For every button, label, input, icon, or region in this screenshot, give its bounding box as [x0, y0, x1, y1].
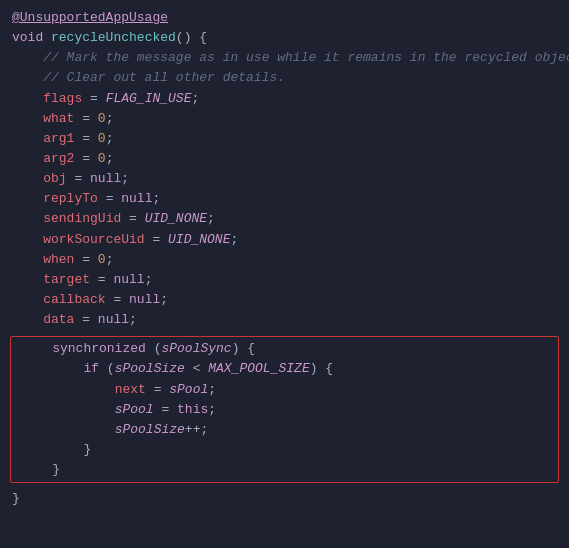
- data-semi: ;: [129, 310, 137, 330]
- if-kw: if: [83, 359, 106, 379]
- what-field: what: [43, 109, 74, 129]
- what-indent: [12, 109, 43, 129]
- spool-line: sPool = this;: [11, 400, 558, 420]
- data-line: data = null;: [0, 310, 569, 330]
- sync-close-brace: }: [21, 460, 60, 480]
- next-semi: ;: [208, 380, 216, 400]
- kw-void: void: [12, 28, 51, 48]
- spoolsize-var: sPoolSize: [115, 420, 185, 440]
- if-maxpool: MAX_POOL_SIZE: [208, 359, 309, 379]
- if-close: ) {: [310, 359, 333, 379]
- what-line: what = 0;: [0, 109, 569, 129]
- sync-kw: synchronized: [21, 339, 154, 359]
- sendinguid-eq: =: [121, 209, 144, 229]
- data-eq: =: [74, 310, 97, 330]
- if-close-line: }: [11, 440, 558, 460]
- annotation-line: @UnsupportedAppUsage: [0, 8, 569, 28]
- sync-paren: (: [154, 339, 162, 359]
- sync-close: ) {: [232, 339, 255, 359]
- arg1-indent: [12, 129, 43, 149]
- obj-semi: ;: [121, 169, 129, 189]
- sendinguid-val: UID_NONE: [145, 209, 207, 229]
- arg1-eq: =: [74, 129, 97, 149]
- if-line: if (sPoolSize < MAX_POOL_SIZE) {: [11, 359, 558, 379]
- worksourceuid-indent: [12, 230, 43, 250]
- spool-eq: =: [154, 400, 177, 420]
- obj-val: null: [90, 169, 121, 189]
- outer-close-line: }: [0, 489, 569, 509]
- what-eq: =: [74, 109, 97, 129]
- next-indent: [21, 380, 115, 400]
- arg1-semi: ;: [106, 129, 114, 149]
- replyto-val: null: [121, 189, 152, 209]
- callback-line: callback = null;: [0, 290, 569, 310]
- spool-var: sPool: [115, 400, 154, 420]
- spoolsize-indent: [21, 420, 115, 440]
- next-val: sPool: [169, 380, 208, 400]
- obj-indent: [12, 169, 43, 189]
- sync-close-line: }: [11, 460, 558, 480]
- outer-close-brace: }: [12, 489, 20, 509]
- comment2-line: // Clear out all other details.: [0, 68, 569, 88]
- flags-eq: =: [82, 89, 105, 109]
- sendinguid-field: sendingUid: [43, 209, 121, 229]
- when-field: when: [43, 250, 74, 270]
- target-field: target: [43, 270, 90, 290]
- sync-line: synchronized (sPoolSync) {: [11, 339, 558, 359]
- replyto-semi: ;: [152, 189, 160, 209]
- flags-var: [12, 89, 43, 109]
- what-semi: ;: [106, 109, 114, 129]
- callback-semi: ;: [160, 290, 168, 310]
- if-close-brace: }: [21, 440, 91, 460]
- worksourceuid-field: workSourceUid: [43, 230, 144, 250]
- comment1-text: // Mark the message as in use while it r…: [12, 48, 569, 68]
- fn-parens: () {: [176, 28, 207, 48]
- target-val: null: [113, 270, 144, 290]
- worksourceuid-val: UID_NONE: [168, 230, 230, 250]
- arg2-val: 0: [98, 149, 106, 169]
- spoolsize-op: ++;: [185, 420, 208, 440]
- replyto-indent: [12, 189, 43, 209]
- annotation-text: @UnsupportedAppUsage: [12, 8, 168, 28]
- if-lt: <: [185, 359, 208, 379]
- fn-decl-line: void recycleUnchecked() {: [0, 28, 569, 48]
- flags-semi: ;: [191, 89, 199, 109]
- what-val: 0: [98, 109, 106, 129]
- sendinguid-indent: [12, 209, 43, 229]
- arg1-val: 0: [98, 129, 106, 149]
- sync-param: sPoolSync: [161, 339, 231, 359]
- next-line: next = sPool;: [11, 380, 558, 400]
- obj-field: obj: [43, 169, 66, 189]
- data-indent: [12, 310, 43, 330]
- sendinguid-semi: ;: [207, 209, 215, 229]
- arg1-line: arg1 = 0;: [0, 129, 569, 149]
- flags-val: FLAG_IN_USE: [106, 89, 192, 109]
- when-indent: [12, 250, 43, 270]
- target-semi: ;: [145, 270, 153, 290]
- target-eq: =: [90, 270, 113, 290]
- arg2-field: arg2: [43, 149, 74, 169]
- if-indent: [21, 359, 83, 379]
- spool-indent: [21, 400, 115, 420]
- comment2-text: // Clear out all other details.: [12, 68, 285, 88]
- flags-line: flags = FLAG_IN_USE;: [0, 89, 569, 109]
- arg2-semi: ;: [106, 149, 114, 169]
- fn-name: recycleUnchecked: [51, 28, 176, 48]
- if-paren-open: (: [107, 359, 115, 379]
- callback-indent: [12, 290, 43, 310]
- arg2-line: arg2 = 0;: [0, 149, 569, 169]
- obj-line: obj = null;: [0, 169, 569, 189]
- obj-eq: =: [67, 169, 90, 189]
- comment1-line: // Mark the message as in use while it r…: [0, 48, 569, 68]
- when-semi: ;: [106, 250, 114, 270]
- replyto-field: replyTo: [43, 189, 98, 209]
- sendinguid-line: sendingUid = UID_NONE;: [0, 209, 569, 229]
- arg1-field: arg1: [43, 129, 74, 149]
- data-field: data: [43, 310, 74, 330]
- synchronized-block: synchronized (sPoolSync) { if (sPoolSize…: [10, 336, 559, 483]
- next-field: next: [115, 380, 146, 400]
- arg2-indent: [12, 149, 43, 169]
- worksourceuid-eq: =: [145, 230, 168, 250]
- flags-field: flags: [43, 89, 82, 109]
- worksourceuid-semi: ;: [230, 230, 238, 250]
